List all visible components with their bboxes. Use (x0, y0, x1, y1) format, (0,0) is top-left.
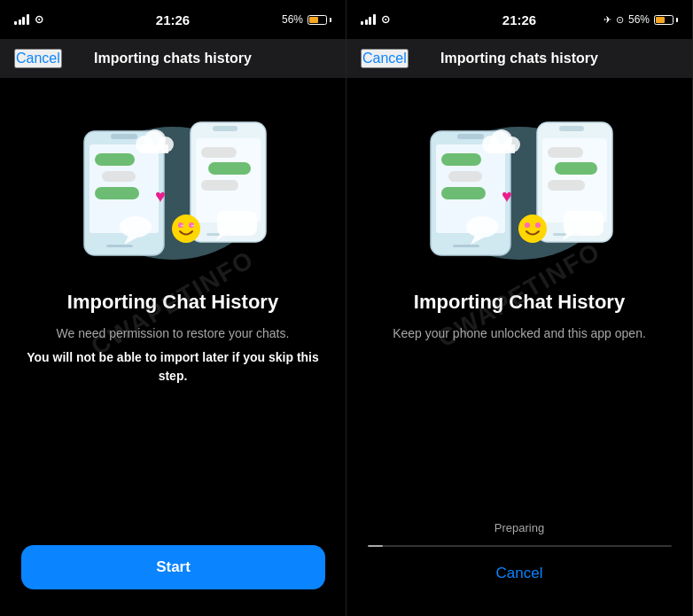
status-bar-1: ⊙ 21:26 56% (0, 0, 346, 39)
content-1: CWAPETINFO ♥ (0, 78, 346, 527)
svg-rect-42 (548, 147, 583, 158)
svg-rect-34 (441, 187, 486, 199)
battery-icon-1 (308, 15, 331, 25)
main-title-1: Importing Chat History (67, 291, 278, 314)
bold-text-1: You will not be able to import later if … (21, 348, 324, 386)
svg-rect-30 (457, 134, 484, 139)
content-2: CWAPETINFO ♥ (346, 78, 692, 512)
screen-2: ⊙ 21:26 ✈ ⊙ 56% Cancel Importing chats h… (346, 0, 693, 616)
illustration-2: ♥ (413, 96, 626, 273)
bottom-section-1: Start (0, 527, 346, 616)
illustration-1: ♥ (66, 96, 279, 273)
svg-rect-3 (111, 134, 137, 139)
signal-icon (14, 14, 29, 25)
svg-text:♥: ♥ (502, 186, 512, 206)
battery-percent-1: 56% (282, 13, 303, 26)
svg-point-49 (535, 222, 541, 228)
svg-rect-6 (102, 171, 136, 182)
svg-rect-26 (142, 144, 168, 153)
battery-percent-2: 56% (628, 13, 650, 26)
status-right-2: ✈ ⊙ 56% (603, 13, 678, 26)
svg-point-47 (518, 214, 547, 243)
wifi-icon: ⊙ (35, 13, 43, 26)
svg-point-36 (466, 216, 498, 238)
signal-icon-2 (361, 14, 376, 25)
svg-rect-15 (201, 147, 237, 158)
status-left-2: ⊙ (361, 13, 390, 26)
svg-rect-40 (559, 126, 584, 131)
nav-title-2: Importing chats history (440, 51, 598, 66)
main-title-2: Importing Chat History (414, 291, 625, 314)
svg-rect-44 (548, 180, 585, 191)
svg-point-48 (525, 222, 530, 228)
svg-rect-4 (106, 245, 133, 247)
svg-rect-33 (448, 171, 482, 182)
svg-rect-18 (217, 211, 257, 236)
screen-1: ⊙ 21:26 56% Cancel Importing chats histo… (0, 0, 346, 616)
nav-bar-2: Cancel Importing chats history (346, 39, 692, 78)
cancel-bottom-button[interactable]: Cancel (496, 558, 543, 589)
svg-rect-45 (564, 211, 603, 236)
status-left-1: ⊙ (14, 13, 43, 26)
preparing-label: Preparing (494, 521, 544, 534)
preparing-section: Preparing Cancel (346, 512, 692, 616)
progress-bar-fill (368, 545, 383, 547)
status-right-1: 56% (282, 13, 331, 26)
status-bar-2: ⊙ 21:26 ✈ ⊙ 56% (346, 0, 692, 39)
svg-rect-17 (201, 180, 238, 191)
svg-rect-13 (213, 126, 237, 131)
status-time-1: 21:26 (156, 12, 190, 27)
svg-rect-43 (555, 162, 597, 175)
wifi-icon-right-2: ⊙ (616, 14, 624, 26)
svg-point-20 (172, 214, 200, 243)
progress-bar (368, 545, 672, 547)
cancel-button-2[interactable]: Cancel (361, 49, 409, 68)
nav-title-1: Importing chats history (94, 51, 252, 66)
airplane-icon: ✈ (603, 14, 611, 26)
sub-text-1: We need permission to restore your chats… (57, 324, 290, 343)
nav-bar-1: Cancel Importing chats history (0, 39, 346, 78)
wifi-icon-2: ⊙ (381, 13, 390, 26)
start-button[interactable]: Start (21, 545, 325, 589)
svg-rect-16 (208, 162, 251, 175)
svg-rect-32 (441, 153, 481, 166)
svg-rect-31 (453, 245, 479, 247)
svg-text:♥: ♥ (155, 186, 166, 206)
svg-rect-7 (95, 187, 139, 199)
svg-rect-53 (488, 144, 515, 153)
sub-text-2: Keep your phone unlocked and this app op… (393, 324, 646, 343)
status-time-2: 21:26 (502, 12, 536, 27)
cancel-button-1[interactable]: Cancel (14, 49, 62, 68)
svg-rect-5 (95, 153, 135, 166)
svg-point-9 (120, 216, 152, 238)
battery-icon-2 (654, 15, 678, 25)
